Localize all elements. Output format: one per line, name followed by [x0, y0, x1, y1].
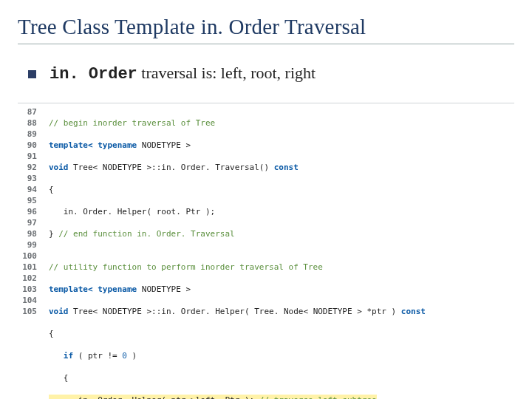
code-line: { — [49, 184, 426, 195]
line-number: 89 — [18, 129, 40, 140]
line-number: 93 — [18, 173, 40, 184]
line-number: 92 — [18, 162, 40, 173]
line-number: 91 — [18, 151, 40, 162]
code-lines: // begin inorder traversal of Tree templ… — [41, 106, 426, 399]
code-line: template< typename NODETYPE > — [49, 140, 426, 151]
code-line: in. Order. Helper( ptr->left. Ptr ); // … — [49, 395, 426, 399]
line-number: 105 — [18, 306, 40, 317]
line-number: 100 — [18, 250, 40, 262]
bullet-text: in. Order traversal is: left, root, righ… — [50, 64, 316, 83]
line-number: 96 — [18, 206, 40, 217]
line-number-gutter: 87 88 89 90 91 92 93 94 95 96 97 98 99 1… — [18, 106, 41, 399]
line-number: 101 — [18, 262, 40, 273]
bullet-item: in. Order traversal is: left, root, righ… — [28, 64, 514, 83]
code-line: } // end function in. Order. Traversal — [49, 228, 426, 239]
code-line: template< typename NODETYPE > — [49, 284, 426, 295]
code-line: // utility function to perform inorder t… — [49, 262, 426, 273]
code-line: // begin inorder traversal of Tree — [49, 117, 426, 129]
line-number: 99 — [18, 239, 40, 250]
code-line: in. Order. Helper( root. Ptr ); — [49, 206, 426, 217]
line-number: 98 — [18, 228, 40, 239]
bullet-rest: traversal is: left, root, right — [137, 64, 316, 82]
code-line: if ( ptr != 0 ) — [49, 350, 426, 361]
title-underline — [18, 44, 514, 44]
bullet-code-word: in. Order — [50, 65, 137, 83]
line-number: 103 — [18, 284, 40, 295]
code-line: { — [49, 372, 426, 383]
code-body: 87 88 89 90 91 92 93 94 95 96 97 98 99 1… — [18, 103, 514, 399]
line-number: 102 — [18, 273, 40, 284]
line-number: 88 — [18, 117, 40, 129]
code-line: { — [49, 328, 426, 339]
code-line: void Tree< NODETYPE >::in. Order. Helper… — [49, 306, 426, 317]
slide: Tree Class Template in. Order Traversal … — [0, 0, 532, 399]
line-number: 104 — [18, 295, 40, 306]
line-number: 94 — [18, 184, 40, 195]
line-number: 90 — [18, 140, 40, 151]
code-line: void Tree< NODETYPE >::in. Order. Traver… — [49, 162, 426, 173]
line-number: 95 — [18, 195, 40, 206]
line-number: 87 — [18, 106, 40, 117]
line-number: 97 — [18, 217, 40, 228]
code-figure: 87 88 89 90 91 92 93 94 95 96 97 98 99 1… — [18, 103, 514, 399]
square-bullet-icon — [28, 70, 36, 78]
page-title: Tree Class Template in. Order Traversal — [18, 15, 514, 39]
